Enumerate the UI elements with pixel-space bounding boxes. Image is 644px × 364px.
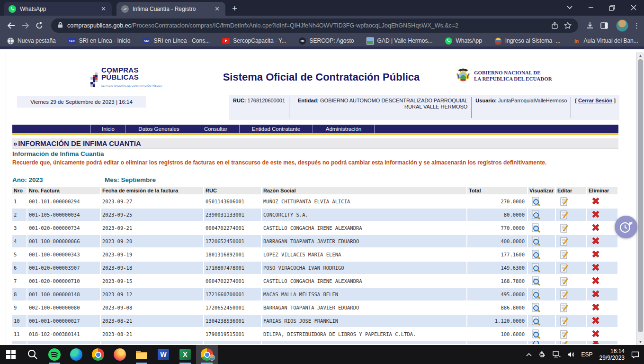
document-magnifier-icon[interactable] xyxy=(532,250,541,260)
red-x-icon[interactable] xyxy=(591,250,600,259)
tab-search-icon[interactable] xyxy=(559,0,580,15)
url-bar[interactable]: compraspublicas.gob.ec/ProcesoContrataci… xyxy=(51,18,578,33)
document-pencil-icon[interactable] xyxy=(560,290,569,300)
gad-icon xyxy=(367,37,374,45)
document-pencil-icon[interactable] xyxy=(560,210,569,220)
taskbar-firefox-icon[interactable] xyxy=(109,345,131,364)
tray-chevron-up-icon[interactable] xyxy=(526,353,532,356)
menu-kebab-icon[interactable]: ⋮ xyxy=(633,21,640,30)
document-pencil-icon[interactable] xyxy=(560,237,569,246)
document-magnifier-icon[interactable] xyxy=(532,237,541,246)
nav-administracion[interactable]: Administración xyxy=(313,125,374,133)
tab-infima-cuantia[interactable]: Infima Cuantía - Registro ✕ xyxy=(116,2,225,16)
back-icon[interactable] xyxy=(4,18,18,33)
share-icon[interactable] xyxy=(551,22,558,29)
minimize-icon[interactable] xyxy=(580,0,601,15)
red-x-icon[interactable] xyxy=(591,197,600,206)
profile-avatar[interactable] xyxy=(616,19,628,32)
document-magnifier-icon[interactable] xyxy=(532,341,541,344)
download-icon[interactable] xyxy=(583,18,597,33)
tray-network-icon[interactable] xyxy=(553,351,561,358)
page-scrollbar[interactable]: ▲ ▼ xyxy=(637,52,644,345)
tray-clock[interactable]: 16:1429/9/2023 xyxy=(599,348,625,361)
taskbar-word-icon[interactable]: W xyxy=(152,345,174,364)
tab-whatsapp[interactable]: WhatsApp ✕ xyxy=(4,2,112,16)
document-pencil-icon[interactable] xyxy=(560,329,569,339)
document-pencil-icon[interactable] xyxy=(560,197,569,207)
red-x-icon[interactable] xyxy=(591,341,600,344)
bookmark-sercop-agosto[interactable]: m SERCOP: Agosto xyxy=(299,37,354,45)
close-tab-icon[interactable]: ✕ xyxy=(100,5,107,12)
nav-datos-generales[interactable]: Datos Generales xyxy=(125,125,192,133)
document-pencil-icon[interactable] xyxy=(560,250,569,260)
cell-fecha: 2023-09-27 xyxy=(101,195,203,208)
red-x-icon[interactable] xyxy=(591,210,600,219)
taskbar-chrome-icon[interactable] xyxy=(87,345,109,364)
start-button[interactable] xyxy=(0,345,22,364)
scroll-up-icon[interactable]: ▲ xyxy=(637,52,644,59)
scrollbar-thumb[interactable] xyxy=(638,59,643,332)
bookmark-star-icon[interactable] xyxy=(564,22,572,29)
cell-visualizar xyxy=(528,235,555,247)
restore-icon[interactable] xyxy=(601,0,623,15)
table-row: 2 001-105-000000034 2023-09-25 239003113… xyxy=(12,209,618,221)
bookmark-sri-inicio[interactable]: SRI SRI en Línea - Inicio xyxy=(68,37,131,45)
bookmark-sercopcapacita[interactable]: SercopCapacita - Y... xyxy=(222,37,286,45)
bookmark-gad-valle-hermoso[interactable]: GAD | Valle Hermos... xyxy=(367,37,433,45)
table-row: 3 001-020-000000734 2023-09-21 060470227… xyxy=(12,222,618,234)
document-pencil-icon[interactable] xyxy=(560,316,569,326)
document-pencil-icon[interactable] xyxy=(560,223,569,233)
cell-ruc: 1720652450001 xyxy=(204,235,261,247)
bookmark-aula-virtual[interactable]: in Aula Virtual del Ban... xyxy=(573,37,638,45)
red-x-icon[interactable] xyxy=(591,237,600,246)
scroll-down-icon[interactable]: ▼ xyxy=(637,338,644,345)
bookmark-sri-consultas[interactable]: SRI SRI en Línea - Cons... xyxy=(143,37,210,45)
red-x-icon[interactable] xyxy=(591,223,600,233)
tray-notifications-icon[interactable] xyxy=(631,351,639,358)
taskbar-excel-icon[interactable]: X xyxy=(174,345,196,364)
document-magnifier-icon[interactable] xyxy=(532,263,541,273)
reload-icon[interactable] xyxy=(32,18,46,33)
tray-volume-icon[interactable] xyxy=(567,351,575,358)
nav-consultar[interactable]: Consultar xyxy=(192,125,239,133)
taskbar-file-explorer-icon[interactable] xyxy=(131,345,152,364)
close-tab-icon[interactable]: ✕ xyxy=(214,5,221,12)
document-magnifier-icon[interactable] xyxy=(532,303,541,313)
document-magnifier-icon[interactable] xyxy=(532,276,541,286)
red-x-icon[interactable] xyxy=(591,263,600,273)
col-razon-social: Razón Social xyxy=(262,187,466,194)
tray-sync-icon[interactable] xyxy=(538,351,546,358)
new-tab-button[interactable]: + xyxy=(232,4,237,13)
document-magnifier-icon[interactable] xyxy=(532,197,541,207)
red-x-icon[interactable] xyxy=(591,276,600,286)
taskbar-chrome-active-icon[interactable] xyxy=(196,345,218,364)
bookmark-ingreso-al-sistema[interactable]: Ingreso al Sistema -... xyxy=(494,37,561,45)
taskbar-spotify-icon[interactable] xyxy=(44,345,65,364)
document-magnifier-icon[interactable] xyxy=(532,210,541,220)
red-x-icon[interactable] xyxy=(591,316,600,326)
document-pencil-icon[interactable] xyxy=(560,263,569,273)
red-x-icon[interactable] xyxy=(591,329,600,339)
document-magnifier-icon[interactable] xyxy=(532,290,541,300)
document-magnifier-icon[interactable] xyxy=(532,316,541,326)
cerrar-sesion-link[interactable]: Cerrar Sesión xyxy=(578,98,612,103)
red-x-icon[interactable] xyxy=(591,290,600,299)
bookmark-nueva-pestana[interactable]: Nueva pestaña xyxy=(7,37,56,45)
close-window-icon[interactable] xyxy=(623,0,644,15)
document-magnifier-icon[interactable] xyxy=(532,329,541,339)
document-pencil-icon[interactable] xyxy=(560,303,569,313)
taskbar-edge-icon[interactable] xyxy=(65,345,87,364)
red-x-icon[interactable] xyxy=(591,303,600,312)
nav-entidad-contratante[interactable]: Entidad Contratante xyxy=(239,125,313,133)
tray-language[interactable]: ESP xyxy=(581,351,593,358)
document-pencil-icon[interactable] xyxy=(560,276,569,286)
cell-ruc: 1710807478001 xyxy=(204,262,261,274)
bookmark-whatsapp[interactable]: WhatsApp xyxy=(445,37,482,45)
floating-timer-widget[interactable] xyxy=(615,216,637,238)
side-panel-icon[interactable] xyxy=(597,18,611,33)
nav-inicio[interactable]: Inicio xyxy=(90,125,125,133)
taskbar-search-icon[interactable] xyxy=(22,345,44,364)
document-magnifier-icon[interactable] xyxy=(532,223,541,233)
document-pencil-icon[interactable] xyxy=(560,341,569,344)
forward-icon[interactable] xyxy=(18,18,32,33)
